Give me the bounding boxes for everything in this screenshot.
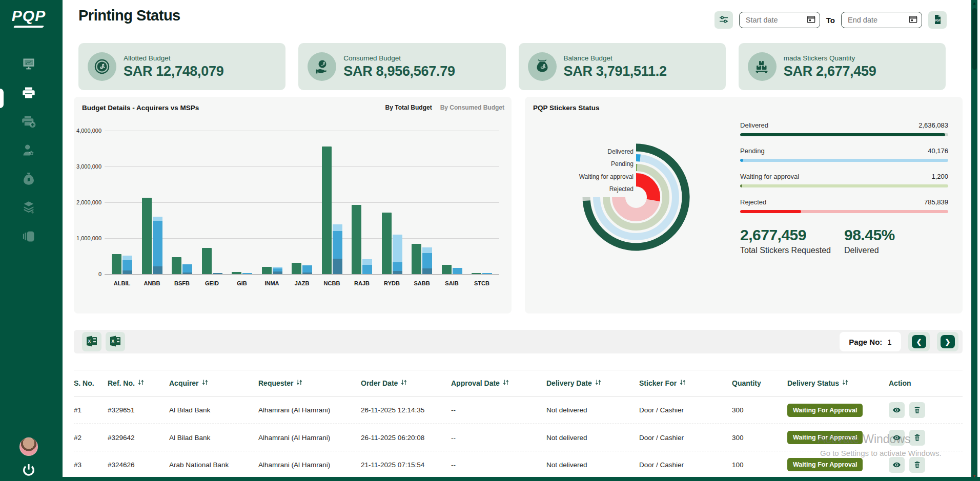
sort-icon[interactable] (296, 379, 302, 387)
total-budget-bar[interactable] (172, 257, 181, 274)
scrollbar-thumb[interactable] (972, 8, 977, 70)
export-excel-button[interactable]: X (82, 332, 101, 351)
msp-stacked-bar[interactable] (422, 247, 432, 274)
total-budget-bar[interactable] (112, 254, 121, 274)
tab-by-total-budget[interactable]: By Total Budget (385, 104, 432, 111)
total-budget-bar[interactable] (442, 265, 452, 274)
total-budget-bar[interactable] (352, 205, 361, 274)
total-budget-bar[interactable] (232, 272, 241, 274)
orders-table: S. No.Ref. No.AcquirerRequesterOrder Dat… (74, 370, 963, 477)
total-budget-bar[interactable] (412, 244, 421, 275)
total-budget-bar[interactable] (322, 147, 332, 274)
msp-segment (182, 273, 192, 275)
scroll-up-arrow[interactable]: ▲ (972, 1, 977, 6)
printer-icon (22, 86, 36, 102)
msp-segment (422, 268, 432, 274)
column-header-sticker-for[interactable]: Sticker For (639, 379, 732, 387)
budget-details-panel: Budget Details - Acquirers vs MSPs By To… (74, 97, 512, 313)
msp-stacked-bar[interactable] (242, 273, 252, 274)
end-date-field[interactable] (841, 12, 922, 28)
delete-button[interactable] (909, 430, 925, 446)
next-page-button[interactable]: ❯ (937, 332, 958, 351)
msp-stacked-bar[interactable] (122, 256, 132, 274)
msp-stacked-bar[interactable] (213, 273, 222, 274)
user-avatar[interactable] (19, 437, 38, 456)
column-label: Requester (258, 379, 293, 387)
msp-stacked-bar[interactable] (393, 235, 402, 274)
cell-delivery-date: Not delivered (546, 461, 639, 469)
start-date-input[interactable] (746, 16, 807, 24)
column-header-delivery-date[interactable]: Delivery Date (546, 379, 639, 387)
cell-sticker-for: Door / Cashier (639, 406, 732, 414)
delete-button[interactable] (909, 457, 925, 473)
delete-button[interactable] (909, 402, 925, 418)
sort-icon[interactable] (202, 379, 208, 387)
msp-stacked-bar[interactable] (362, 259, 372, 274)
sort-icon[interactable] (138, 379, 144, 387)
logout-power-icon[interactable] (21, 462, 37, 478)
msp-stacked-bar[interactable] (453, 268, 462, 274)
sidebar-item-user-settings[interactable] (18, 143, 39, 159)
export-excel-all-button[interactable]: X (106, 332, 125, 351)
view-button[interactable] (889, 430, 905, 446)
start-date-field[interactable] (739, 12, 820, 28)
msp-stacked-bar[interactable] (333, 224, 342, 274)
sidebar-item-budget[interactable] (18, 172, 39, 187)
cell-sno: #3 (74, 461, 108, 469)
sort-icon[interactable] (401, 379, 407, 387)
sort-icon[interactable] (503, 379, 509, 387)
stat-label: Pending (740, 147, 765, 155)
total-budget-bar[interactable] (142, 198, 152, 274)
view-button[interactable] (889, 402, 905, 418)
column-header-delivery-status[interactable]: Delivery Status (787, 379, 889, 387)
sidebar-item-stickers[interactable] (18, 201, 39, 216)
export-pdf-button[interactable]: PDF (928, 11, 947, 29)
card-consumed-budget: Consumed Budget SAR 8,956,567.79 (298, 43, 505, 90)
msp-stacked-bar[interactable] (482, 273, 492, 274)
column-label: Ref. No. (108, 379, 135, 387)
tab-by-consumed-budget[interactable]: By Consumed Budget (440, 104, 504, 111)
total-requested-label: Total Stickers Requested (740, 246, 844, 255)
vertical-scrollbar[interactable]: ▲ ▼ (971, 0, 977, 481)
sort-icon[interactable] (680, 379, 686, 387)
cell-sticker-for: Door / Cashier (639, 434, 732, 442)
total-budget-bar[interactable] (202, 248, 212, 274)
filter-button[interactable] (714, 11, 733, 29)
view-button[interactable] (889, 457, 905, 473)
sidebar-item-printing-status[interactable] (18, 86, 39, 101)
column-label: S. No. (74, 379, 94, 387)
calendar-icon (909, 15, 917, 26)
sort-icon[interactable] (842, 379, 848, 387)
msp-stacked-bar[interactable] (153, 217, 162, 274)
total-budget-bar[interactable] (292, 263, 301, 274)
column-header-order-date[interactable]: Order Date (361, 379, 451, 387)
bottom-green-strip (0, 477, 980, 481)
total-budget-bar[interactable] (382, 213, 392, 274)
end-date-input[interactable] (848, 16, 909, 24)
sidebar-item-print-request[interactable] (18, 115, 39, 130)
x-axis-label: ALBIL (112, 280, 132, 286)
total-budget-bar[interactable] (262, 267, 272, 274)
total-budget-bar[interactable] (472, 273, 481, 274)
stat-label: Waiting for approval (740, 173, 799, 180)
prev-page-button[interactable]: ❮ (908, 332, 930, 351)
ring-fill-rejected[interactable] (636, 180, 654, 200)
msp-stacked-bar[interactable] (182, 264, 192, 274)
column-header-acquirer[interactable]: Acquirer (169, 379, 258, 387)
card-label: Allotted Budget (124, 54, 223, 62)
column-header-ref-no[interactable]: Ref. No. (108, 379, 169, 387)
cell-requester: Alhamrani (Al Hamrani) (258, 461, 361, 469)
column-header-requester[interactable]: Requester (258, 379, 361, 387)
column-header-approval-date[interactable]: Approval Date (451, 379, 546, 387)
sidebar-item-dashboard[interactable] (18, 57, 39, 73)
msp-segment (153, 221, 162, 267)
gridline (105, 274, 499, 275)
sidebar-item-cards[interactable] (18, 229, 39, 245)
pqp-logo[interactable]: PQP (0, 7, 57, 28)
stat-progress-fill (740, 210, 801, 213)
page-number-box[interactable]: Page No: 1 (840, 332, 901, 351)
msp-stacked-bar[interactable] (302, 265, 312, 274)
scroll-down-arrow[interactable]: ▼ (972, 474, 977, 479)
sort-icon[interactable] (595, 379, 601, 387)
msp-stacked-bar[interactable] (273, 267, 282, 274)
